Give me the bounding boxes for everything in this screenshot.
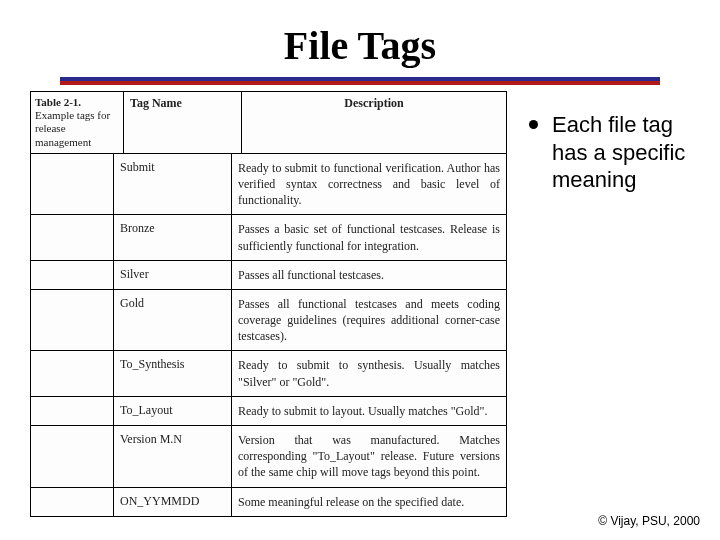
side-label-rest: Example tags for release management — [35, 109, 110, 147]
table-row: ON_YYMMDD Some meaningful release on the… — [31, 488, 506, 516]
row-pad — [31, 397, 114, 425]
cell-tag: To_Synthesis — [114, 351, 232, 395]
table-row: Submit Ready to submit to functional ver… — [31, 154, 506, 216]
cell-tag: Bronze — [114, 215, 232, 259]
cell-desc: Passes all functional testcases. — [232, 261, 506, 289]
cell-desc: Ready to submit to layout. Usually match… — [232, 397, 506, 425]
table-side-label: Table 2-1. Example tags for release mana… — [31, 92, 124, 153]
side-label-strong: Table 2-1. — [35, 96, 81, 108]
bullet-text: Each file tag has a specific meaning — [552, 111, 706, 194]
cell-desc: Version that was manufactured. Matches c… — [232, 426, 506, 487]
cell-tag: Gold — [114, 290, 232, 351]
cell-desc: Passes all functional testcases and meet… — [232, 290, 506, 351]
title-rule — [60, 77, 660, 85]
table-row: To_Synthesis Ready to submit to synthesi… — [31, 351, 506, 396]
row-pad — [31, 488, 114, 516]
cell-desc: Some meaningful release on the specified… — [232, 488, 506, 516]
row-pad — [31, 426, 114, 487]
cell-tag: Version M.N — [114, 426, 232, 487]
col-header-tag: Tag Name — [124, 92, 242, 153]
table-row: Version M.N Version that was manufacture… — [31, 426, 506, 488]
table-row: Silver Passes all functional testcases. — [31, 261, 506, 290]
cell-tag: ON_YYMMDD — [114, 488, 232, 516]
row-pad — [31, 154, 114, 215]
table-row: Bronze Passes a basic set of functional … — [31, 215, 506, 260]
cell-desc: Passes a basic set of functional testcas… — [232, 215, 506, 259]
bullet-column: Each file tag has a specific meaning — [507, 91, 712, 194]
bullet-item: Each file tag has a specific meaning — [529, 111, 706, 194]
table-scan: Table 2-1. Example tags for release mana… — [30, 91, 507, 517]
cell-desc: Ready to submit to synthesis. Usually ma… — [232, 351, 506, 395]
table-row: Gold Passes all functional testcases and… — [31, 290, 506, 352]
slide-title: File Tags — [0, 22, 720, 69]
cell-tag: Submit — [114, 154, 232, 215]
row-pad — [31, 290, 114, 351]
footer-copyright: © Vijay, PSU, 2000 — [598, 514, 700, 528]
table-row: To_Layout Ready to submit to layout. Usu… — [31, 397, 506, 426]
col-header-desc: Description — [242, 92, 506, 153]
cell-desc: Ready to submit to functional verificati… — [232, 154, 506, 215]
cell-tag: To_Layout — [114, 397, 232, 425]
row-pad — [31, 351, 114, 395]
cell-tag: Silver — [114, 261, 232, 289]
row-pad — [31, 215, 114, 259]
table-header-row: Table 2-1. Example tags for release mana… — [31, 92, 506, 154]
content-row: Table 2-1. Example tags for release mana… — [0, 91, 720, 517]
row-pad — [31, 261, 114, 289]
bullet-dot-icon — [529, 120, 538, 129]
